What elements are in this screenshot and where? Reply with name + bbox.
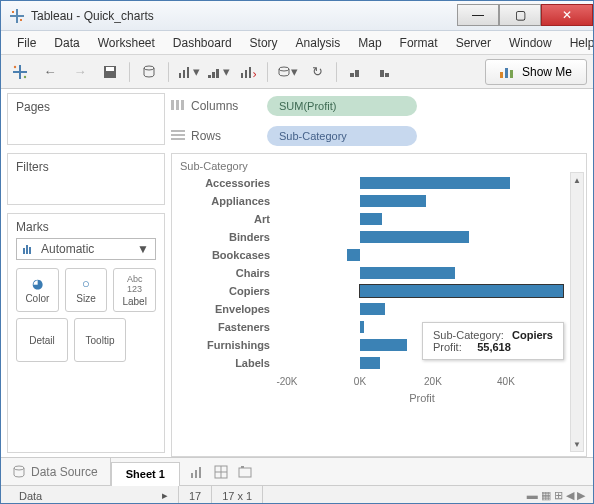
svg-rect-27 xyxy=(505,68,508,78)
bar[interactable] xyxy=(360,213,382,225)
show-me-button[interactable]: Show Me xyxy=(485,59,587,85)
pages-label: Pages xyxy=(16,100,50,114)
sheet-tab[interactable]: Sheet 1 xyxy=(111,462,180,486)
minimize-button[interactable]: — xyxy=(457,4,499,26)
menu-data[interactable]: Data xyxy=(48,34,85,52)
axis-tick: -20K xyxy=(276,376,297,387)
view-mode-icons[interactable]: ▬ ▦ ⊞ ◀ ▶ xyxy=(527,489,585,502)
bar[interactable] xyxy=(360,339,407,351)
menu-help[interactable]: Help xyxy=(564,34,594,52)
sort-desc-button[interactable] xyxy=(373,60,399,84)
bar[interactable] xyxy=(347,249,360,261)
sort-asc-button[interactable] xyxy=(343,60,369,84)
data-source-tab[interactable]: Data Source xyxy=(1,458,111,485)
marks-size[interactable]: ○Size xyxy=(65,268,108,312)
chart-row[interactable]: Envelopes xyxy=(176,300,568,318)
status-bar: Data▸ 17 17 x 1 ▬ ▦ ⊞ ◀ ▶ xyxy=(1,485,593,504)
row-label: Accessories xyxy=(176,177,276,189)
svg-point-6 xyxy=(14,65,16,67)
bar[interactable] xyxy=(360,267,455,279)
rows-icon xyxy=(171,130,185,142)
status-left: Data▸ xyxy=(9,486,179,504)
chart-row[interactable]: Bookcases xyxy=(176,246,568,264)
back-button[interactable]: ← xyxy=(37,60,63,84)
svg-rect-30 xyxy=(26,245,28,254)
chart-row[interactable]: Art xyxy=(176,210,568,228)
marks-color[interactable]: ◕Color xyxy=(16,268,59,312)
rows-label: Rows xyxy=(191,129,221,143)
columns-pill[interactable]: SUM(Profit) xyxy=(267,96,417,116)
datasource-button[interactable] xyxy=(136,60,162,84)
swap-button[interactable]: ▾ xyxy=(205,60,231,84)
color-label: Color xyxy=(25,293,49,304)
menu-window[interactable]: Window xyxy=(503,34,558,52)
chart-row[interactable]: Chairs xyxy=(176,264,568,282)
maximize-button[interactable]: ▢ xyxy=(499,4,541,26)
run-button[interactable]: ↻ xyxy=(304,60,330,84)
svg-rect-36 xyxy=(171,134,185,136)
bar[interactable] xyxy=(360,321,364,333)
detail-label: Detail xyxy=(29,335,55,346)
pages-shelf[interactable]: Pages xyxy=(7,93,165,145)
label-icon: Abc123 xyxy=(127,274,143,294)
menu-format[interactable]: Format xyxy=(394,34,444,52)
chart-row[interactable]: Appliances xyxy=(176,192,568,210)
scroll-down-icon[interactable]: ▼ xyxy=(571,437,583,451)
menu-dashboard[interactable]: Dashboard xyxy=(167,34,238,52)
menu-analysis[interactable]: Analysis xyxy=(290,34,347,52)
menu-story[interactable]: Story xyxy=(244,34,284,52)
row-label: Copiers xyxy=(176,285,276,297)
save-button[interactable] xyxy=(97,60,123,84)
clear-button[interactable]: ✕ xyxy=(235,60,261,84)
rows-shelf[interactable]: Rows Sub-Category xyxy=(171,123,587,149)
marks-type-select[interactable]: Automatic ▼ xyxy=(16,238,156,260)
logo-icon[interactable] xyxy=(7,60,33,84)
autoupdate-button[interactable]: ▾ xyxy=(274,60,300,84)
new-story-icon[interactable] xyxy=(238,465,252,479)
menu-map[interactable]: Map xyxy=(352,34,387,52)
svg-rect-16 xyxy=(216,69,219,78)
close-button[interactable]: ✕ xyxy=(541,4,593,26)
new-worksheet-button[interactable]: ▾ xyxy=(175,60,201,84)
bar[interactable] xyxy=(360,195,426,207)
tooltip-val2: 55,618 xyxy=(465,341,511,353)
tooltip-key2: Profit: xyxy=(433,341,462,353)
menu-worksheet[interactable]: Worksheet xyxy=(92,34,161,52)
bar[interactable] xyxy=(360,231,470,243)
chart-row[interactable]: Copiers xyxy=(176,282,568,300)
svg-rect-40 xyxy=(195,470,197,478)
marks-label[interactable]: Abc123Label xyxy=(113,268,156,312)
row-label: Envelopes xyxy=(176,303,276,315)
new-worksheet-icon[interactable] xyxy=(190,465,204,479)
vertical-scrollbar[interactable]: ▲ ▼ xyxy=(570,172,584,452)
bar[interactable] xyxy=(360,285,563,297)
chart-row[interactable]: Binders xyxy=(176,228,568,246)
bar[interactable] xyxy=(360,357,380,369)
app-icon xyxy=(9,8,25,24)
menu-server[interactable]: Server xyxy=(450,34,497,52)
row-label: Furnishings xyxy=(176,339,276,351)
rows-pill-label: Sub-Category xyxy=(279,130,347,142)
chart-row[interactable]: Accessories xyxy=(176,174,568,192)
svg-rect-11 xyxy=(179,73,181,78)
marks-tooltip[interactable]: Tooltip xyxy=(74,318,126,362)
row-label: Bookcases xyxy=(176,249,276,261)
bar[interactable] xyxy=(360,177,510,189)
svg-rect-23 xyxy=(355,70,359,77)
scroll-up-icon[interactable]: ▲ xyxy=(571,173,583,187)
forward-button[interactable]: → xyxy=(67,60,93,84)
new-dashboard-icon[interactable] xyxy=(214,465,228,479)
svg-rect-37 xyxy=(171,138,185,140)
bar[interactable] xyxy=(360,303,386,315)
rows-pill[interactable]: Sub-Category xyxy=(267,126,417,146)
svg-rect-5 xyxy=(13,71,27,73)
columns-shelf[interactable]: Columns SUM(Profit) xyxy=(171,93,587,119)
marks-detail[interactable]: Detail xyxy=(16,318,68,362)
svg-point-21 xyxy=(279,67,289,71)
marks-type-label: Automatic xyxy=(41,242,94,256)
tooltip-label: Tooltip xyxy=(86,335,115,346)
menu-bar: File Data Worksheet Dashboard Story Anal… xyxy=(1,31,593,55)
menu-file[interactable]: File xyxy=(11,34,42,52)
label-label: Label xyxy=(122,296,146,307)
filters-shelf[interactable]: Filters xyxy=(7,153,165,205)
